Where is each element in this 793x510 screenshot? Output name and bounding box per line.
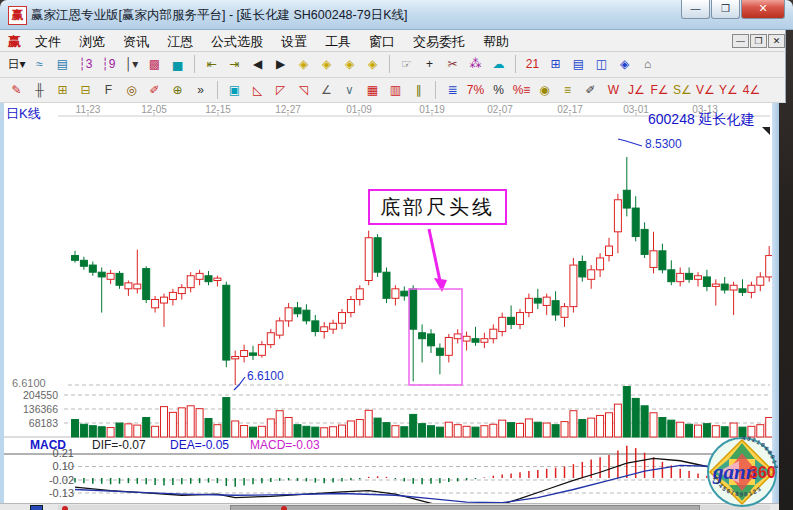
diamond-shrink-icon[interactable]: ◈: [362, 54, 383, 74]
last-bar-icon[interactable]: ⇥: [224, 54, 245, 74]
diamond-right-icon[interactable]: ◈: [316, 54, 337, 74]
percent-tool-icon[interactable]: %: [488, 80, 509, 100]
prev-bar-icon[interactable]: ◀: [247, 54, 268, 74]
menu-item-工具[interactable]: 工具: [316, 30, 360, 54]
menu-item-江恩[interactable]: 江恩: [158, 30, 202, 54]
j-angle-icon[interactable]: J∠: [626, 80, 647, 100]
crosshair-icon[interactable]: +: [419, 54, 440, 74]
volume-axis-tick: 204550: [4, 389, 58, 401]
date-label: 12-15: [205, 104, 231, 115]
macd-hist-value: MACD=-0.03: [250, 438, 320, 452]
cloud-tool-icon[interactable]: ☁: [488, 54, 509, 74]
indicator-board-icon[interactable]: ≣: [442, 80, 463, 100]
gold-circle-icon[interactable]: ◉: [534, 80, 555, 100]
diamond-left-icon[interactable]: ◈: [293, 54, 314, 74]
ruler-pen-icon[interactable]: ✐: [144, 80, 165, 100]
spiral-tool-icon[interactable]: ◎: [121, 80, 142, 100]
menu-item-帮助[interactable]: 帮助: [474, 30, 518, 54]
four-angle-icon[interactable]: 4∠: [741, 80, 762, 100]
s-angle-icon[interactable]: S∠: [672, 80, 693, 100]
date-label: 11-23: [76, 104, 101, 115]
fan-box-right-icon[interactable]: ◹: [293, 80, 314, 100]
fan-lines-icon[interactable]: ◺: [247, 80, 268, 100]
toolbar-separator: [217, 81, 218, 99]
mdi-minimize-button[interactable]: —: [732, 34, 749, 48]
f-angle-icon[interactable]: F∠: [649, 80, 670, 100]
cut-tool-icon[interactable]: ✂: [442, 54, 463, 74]
date-label: 02-17: [557, 104, 583, 115]
calculator-icon[interactable]: ⊞: [545, 54, 566, 74]
hand-drag-icon[interactable]: ☞: [396, 54, 417, 74]
red-grid-icon[interactable]: ▦: [362, 80, 383, 100]
next-bar-icon[interactable]: ▶: [270, 54, 291, 74]
gold-gann-2-icon[interactable]: ⊟: [75, 80, 96, 100]
color-histogram-icon[interactable]: ▅: [167, 54, 188, 74]
toolbar-separator: [515, 55, 516, 73]
angle-tool-icon[interactable]: ∠: [316, 80, 337, 100]
horizontal-scrollbar-thumb[interactable]: [230, 505, 700, 510]
mdi-restore-button[interactable]: ❐: [750, 34, 767, 48]
minute-3-chart-icon[interactable]: ┆3: [75, 54, 96, 74]
save-web-icon[interactable]: ◈: [614, 54, 635, 74]
fib-tool-icon[interactable]: F: [98, 80, 119, 100]
gann360-logo: gann 360 4321068912345 234567890123: [704, 434, 780, 510]
menu-bar: 赢 文件浏览资讯江恩公式选股设置工具窗口交易委托帮助 — ❐ ✕: [0, 30, 786, 52]
kline-period-icon[interactable]: 日▾: [6, 54, 27, 74]
y-angle-icon[interactable]: Y∠: [718, 80, 739, 100]
pattern-annotation-box: 底部尺头线: [368, 189, 507, 225]
save-icon[interactable]: ◫: [591, 54, 612, 74]
calendar-icon[interactable]: 21: [522, 54, 543, 74]
menu-item-交易委托[interactable]: 交易委托: [404, 30, 474, 54]
info-clipboard-icon[interactable]: ▤: [52, 54, 73, 74]
parallel-lines-icon[interactable]: ∥: [408, 80, 429, 100]
minute-9-chart-icon[interactable]: ┆9: [98, 54, 119, 74]
macd-dea-value: DEA=-0.05: [170, 438, 229, 452]
minimize-button[interactable]: —: [681, 0, 710, 19]
diamond-expand-icon[interactable]: ◈: [339, 54, 360, 74]
trend-curves-icon[interactable]: ≈: [29, 54, 50, 74]
mdi-close-button[interactable]: ✕: [768, 34, 785, 48]
cluster-tool-icon[interactable]: ⁂: [465, 54, 486, 74]
app-icon: 赢: [8, 6, 27, 25]
check-tool-icon[interactable]: ∨: [339, 80, 360, 100]
toolbar-drawing: ✎╫⊞⊟F◎✐⊕»▣◺◸◹∠∨▦▥∥≣7%%%≡◉≡✐WJ∠F∠S∠V∠Y∠4∠: [0, 78, 786, 103]
candle-style-icon[interactable]: │▾: [121, 54, 142, 74]
percent-angle-icon[interactable]: 7%: [465, 80, 486, 100]
chart-area[interactable]: 11-2312-0512-1512-2701-0901-1902-0702-17…: [4, 103, 772, 503]
date-label: 02-07: [487, 104, 513, 115]
brush-tool-icon[interactable]: ✎: [6, 80, 27, 100]
report-icon[interactable]: ▤: [568, 54, 589, 74]
maximize-button[interactable]: ❐: [711, 0, 740, 19]
gold-gann-1-icon[interactable]: ⊞: [52, 80, 73, 100]
date-label: 01-19: [419, 104, 445, 115]
gann-wheel-icon[interactable]: ⊕: [167, 80, 188, 100]
menu-item-窗口[interactable]: 窗口: [360, 30, 404, 54]
wave-tool-icon[interactable]: W: [603, 80, 624, 100]
trade-terminal-icon[interactable]: ⌂: [637, 54, 658, 74]
macd-axis-tick: -0.13: [4, 487, 74, 499]
menu-item-公式选股[interactable]: 公式选股: [202, 30, 272, 54]
date-label: 12-27: [275, 104, 301, 115]
menu-item-文件[interactable]: 文件: [26, 30, 70, 54]
fan-box-left-icon[interactable]: ◸: [270, 80, 291, 100]
v-angle-icon[interactable]: V∠: [695, 80, 716, 100]
menu-item-资讯[interactable]: 资讯: [114, 30, 158, 54]
gold-lines-icon[interactable]: ≡: [557, 80, 578, 100]
menu-items: 文件浏览资讯江恩公式选股设置工具窗口交易委托帮助: [26, 30, 518, 52]
close-button[interactable]: ✕: [741, 0, 785, 19]
box-select-icon[interactable]: ▣: [224, 80, 245, 100]
logo-text-360: 360: [749, 464, 776, 481]
pattern-finder-icon[interactable]: ▩: [144, 54, 165, 74]
red-grid-2-icon[interactable]: ▥: [385, 80, 406, 100]
menu-item-设置[interactable]: 设置: [272, 30, 316, 54]
window-title: 赢家江恩专业版[赢家内部服务平台] - [延长化建 SH600248-79日K线…: [31, 7, 407, 24]
more-tools-icon[interactable]: »: [190, 80, 211, 100]
note-pen-icon[interactable]: ✐: [580, 80, 601, 100]
menu-item-浏览[interactable]: 浏览: [70, 30, 114, 54]
first-bar-icon[interactable]: ⇤: [201, 54, 222, 74]
horizontal-scrollbar-track[interactable]: [58, 505, 770, 510]
status-icon: [30, 505, 43, 510]
gann-grid-icon[interactable]: ╫: [29, 80, 50, 100]
percent-lines-icon[interactable]: %≡: [511, 80, 532, 100]
status-dot: [62, 506, 68, 510]
